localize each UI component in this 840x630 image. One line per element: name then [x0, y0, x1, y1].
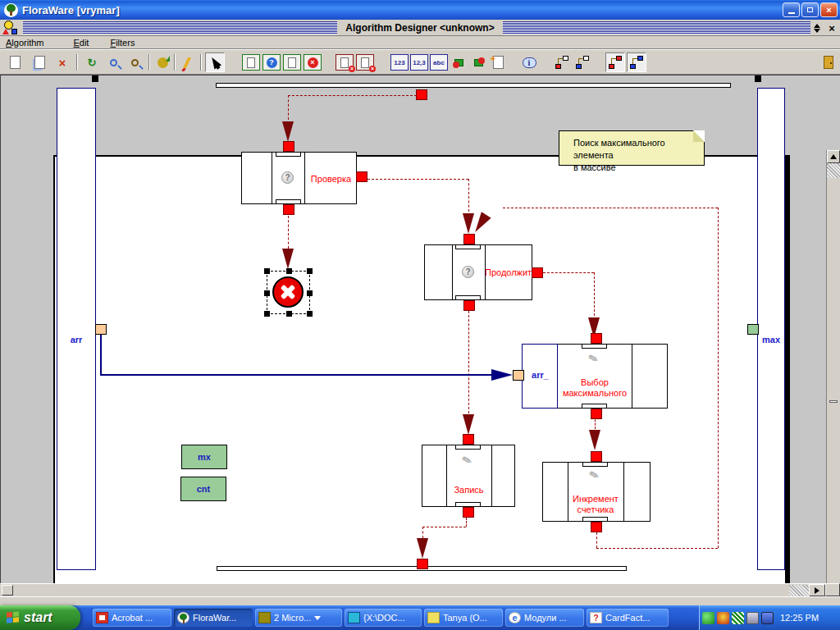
link-blue-pressed-button[interactable] — [627, 52, 646, 72]
frame-handle[interactable] — [755, 75, 761, 82]
begin-bar[interactable] — [216, 83, 731, 88]
scroll-slider[interactable] — [829, 400, 838, 403]
menu-algorithm[interactable]: Algorithm — [0, 37, 49, 48]
tray-pattern-icon[interactable] — [732, 612, 744, 624]
selection-handle[interactable] — [307, 290, 313, 296]
help-ball-button[interactable]: ? — [262, 52, 281, 72]
scrollbar-hatch[interactable] — [827, 163, 840, 178]
check-page-button[interactable] — [241, 52, 261, 72]
info-button[interactable]: i — [519, 52, 539, 72]
task-cardfact[interactable]: ? CardFact... — [587, 609, 669, 627]
link-nodes-icon — [555, 56, 568, 69]
block-continue-port-right[interactable] — [532, 267, 543, 278]
refresh-button[interactable]: ↻ — [82, 52, 102, 72]
right-pin-port[interactable] — [747, 324, 759, 335]
selection-handle[interactable] — [264, 290, 270, 296]
block-increment-port-top[interactable] — [591, 451, 602, 462]
mdi-close-button[interactable]: × — [825, 21, 838, 34]
block-write[interactable]: ✎ Запись — [422, 445, 515, 507]
add-page-button[interactable]: + — [488, 52, 508, 72]
exit-button[interactable] — [819, 52, 838, 72]
run-button[interactable] — [153, 52, 172, 72]
minimize-button[interactable] — [783, 2, 800, 17]
selection-handle[interactable] — [286, 268, 292, 274]
design-canvas[interactable]: arr max Поиск максимального элемента в м… — [0, 75, 840, 583]
scroll-grip[interactable] — [2, 585, 13, 596]
task-acrobat[interactable]: Acrobat ... — [93, 609, 171, 627]
right-pin-bar[interactable]: max — [757, 88, 785, 570]
vertical-scrollbar[interactable] — [826, 150, 840, 630]
tray-monitor-icon[interactable] — [746, 612, 759, 624]
link-nodes-2-button[interactable] — [573, 52, 592, 72]
restore-button[interactable] — [801, 2, 819, 17]
left-pin-port[interactable] — [95, 324, 107, 335]
block-select-max[interactable]: ✎ Выбор максимального arr_ — [522, 344, 668, 409]
delete-button[interactable]: × — [52, 52, 72, 72]
task-xdoc[interactable]: {X:\DOC... — [345, 609, 422, 627]
block-continue-port-bottom[interactable] — [463, 300, 475, 311]
frame-handle[interactable] — [92, 75, 98, 82]
menu-edit[interactable]: Edit — [67, 37, 94, 48]
block-select-max-port-top[interactable] — [591, 333, 602, 344]
block-write-port-top[interactable] — [463, 434, 474, 445]
end-port[interactable] — [417, 559, 428, 569]
comment-note[interactable]: Поиск максимального элемента в массиве — [559, 130, 705, 166]
connector-line — [422, 527, 466, 527]
wand-button[interactable] — [177, 52, 197, 72]
block-continue-port-top[interactable] — [463, 234, 475, 244]
task-tanya[interactable]: Tanya (O... — [424, 609, 503, 627]
copy-button[interactable] — [30, 52, 49, 72]
new-page-button[interactable] — [5, 52, 25, 72]
menu-filters[interactable]: Filters — [104, 37, 140, 48]
text-format-button[interactable]: abc — [429, 52, 449, 72]
remove-page-1-button[interactable]: × — [335, 52, 354, 72]
horizontal-scrollbar[interactable] — [0, 583, 825, 596]
begin-port[interactable] — [416, 89, 427, 100]
selection-handle[interactable] — [307, 268, 313, 274]
block-check-port-right[interactable] — [356, 171, 368, 182]
go-page-button[interactable] — [282, 52, 302, 72]
var-box-mx[interactable]: mx — [181, 445, 227, 469]
left-pin-bar[interactable]: arr — [57, 88, 96, 570]
scroll-right-button[interactable] — [809, 584, 825, 596]
stop-ball-button[interactable]: × — [303, 52, 322, 72]
scrollbar-hatch[interactable] — [789, 585, 809, 596]
close-button[interactable]: × — [820, 2, 838, 17]
remove-page-2-button[interactable]: × — [355, 52, 375, 72]
task-moduli[interactable]: e Модули ... — [505, 609, 584, 627]
block-increment[interactable]: ✎ Инкремент счетчика — [542, 462, 651, 522]
zoom-button[interactable] — [103, 52, 123, 72]
scroll-up-button[interactable] — [827, 150, 840, 163]
task-floraware[interactable]: FloraWar... — [174, 609, 253, 627]
mdi-titlebar[interactable]: Algorithm Designer <unknown> × — [0, 20, 840, 36]
tray-clock-icon[interactable] — [717, 612, 729, 624]
numeric-format-button[interactable]: 123 — [390, 52, 409, 72]
link-nodes-1-button[interactable] — [552, 52, 572, 72]
selection-handle[interactable] — [307, 311, 313, 317]
clock[interactable]: 12:25 PM — [780, 613, 819, 623]
block-check-port-bottom[interactable] — [283, 204, 294, 215]
block-increment-port-bottom[interactable] — [591, 522, 602, 532]
block-check[interactable]: ? Проверка — [241, 152, 357, 204]
selection-handle[interactable] — [286, 311, 292, 317]
block-check-port-top[interactable] — [283, 141, 294, 152]
block-continue[interactable]: ? Продолжить — [424, 244, 532, 300]
block-write-port-bottom[interactable] — [463, 507, 474, 518]
selection-handle[interactable] — [264, 311, 270, 317]
mdi-updown-button[interactable] — [810, 21, 824, 34]
select-cursor-button[interactable] — [205, 52, 225, 72]
task-group-micro[interactable]: 2 Micro... — [255, 609, 342, 627]
shape-button-2[interactable] — [468, 52, 488, 72]
var-box-cnt[interactable]: cnt — [180, 477, 226, 501]
tray-network-icon[interactable] — [761, 612, 774, 624]
start-button[interactable]: start — [0, 605, 80, 630]
selection-handle[interactable] — [264, 268, 270, 274]
shape-button-1[interactable] — [449, 52, 468, 72]
zoom-page-button[interactable] — [125, 52, 144, 72]
tray-green-ball-icon[interactable] — [702, 612, 714, 624]
block-select-max-port-left[interactable] — [513, 370, 524, 381]
decimal-format-button[interactable]: 12,3 — [409, 52, 429, 72]
block-select-max-port-bottom[interactable] — [591, 409, 602, 419]
stop-element[interactable] — [272, 276, 304, 308]
link-red-pressed-button[interactable] — [605, 52, 625, 72]
